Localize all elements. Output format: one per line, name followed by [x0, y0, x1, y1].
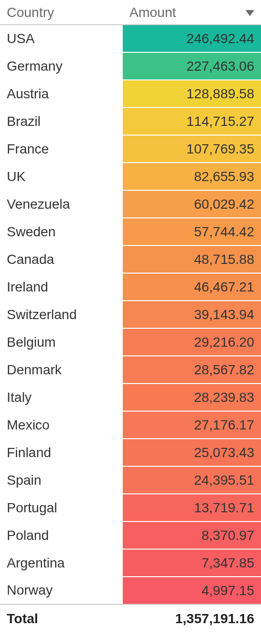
- table-row[interactable]: Venezuela60,029.42: [0, 190, 261, 218]
- amount-cell: 28,239.83: [123, 383, 261, 411]
- table-row[interactable]: Denmark28,567.82: [0, 356, 261, 383]
- country-cell: Poland: [0, 521, 123, 549]
- table-row[interactable]: Mexico27,176.17: [0, 411, 261, 439]
- table-body: USA246,492.44Germany227,463.06Austria128…: [0, 25, 261, 604]
- table-header-row: Country Amount: [0, 0, 261, 25]
- total-label: Total: [0, 604, 123, 631]
- table-row[interactable]: Canada48,715.88: [0, 245, 261, 273]
- table-row[interactable]: Brazil114,715.27: [0, 107, 261, 135]
- table-row[interactable]: Germany227,463.06: [0, 52, 261, 80]
- country-cell: Finland: [0, 439, 123, 466]
- total-value: 1,357,191.16: [123, 604, 261, 631]
- amount-cell: 8,370.97: [123, 521, 261, 549]
- amount-cell: 7,347.85: [123, 549, 261, 577]
- amount-cell: 39,143.94: [123, 301, 261, 328]
- table-row[interactable]: France107,769.35: [0, 135, 261, 163]
- table-row[interactable]: Poland8,370.97: [0, 521, 261, 549]
- amount-cell: 128,889.58: [123, 80, 261, 107]
- amount-cell: 27,176.17: [123, 411, 261, 439]
- amount-cell: 46,467.21: [123, 273, 261, 301]
- country-cell: Belgium: [0, 328, 123, 356]
- data-table: Country Amount USA246,492.44Germany227,4…: [0, 0, 261, 631]
- header-amount[interactable]: Amount: [123, 0, 261, 25]
- table-row[interactable]: Ireland46,467.21: [0, 273, 261, 301]
- table-row[interactable]: Argentina7,347.85: [0, 549, 261, 577]
- table-row[interactable]: Portugal13,719.71: [0, 494, 261, 521]
- country-cell: Austria: [0, 80, 123, 107]
- country-cell: Germany: [0, 52, 123, 80]
- table-row[interactable]: Norway4,997.15: [0, 577, 261, 604]
- country-cell: Portugal: [0, 494, 123, 521]
- amount-cell: 114,715.27: [123, 107, 261, 135]
- header-country[interactable]: Country: [0, 0, 123, 25]
- amount-cell: 25,073.43: [123, 439, 261, 466]
- table-row[interactable]: Switzerland39,143.94: [0, 301, 261, 328]
- table-row[interactable]: Italy28,239.83: [0, 383, 261, 411]
- sort-desc-icon: [246, 4, 254, 20]
- country-cell: Argentina: [0, 549, 123, 577]
- total-row: Total 1,357,191.16: [0, 604, 261, 631]
- table-row[interactable]: UK82,655.93: [0, 163, 261, 190]
- amount-cell: 246,492.44: [123, 25, 261, 52]
- svg-marker-0: [246, 10, 254, 16]
- country-cell: France: [0, 135, 123, 163]
- amount-cell: 4,997.15: [123, 577, 261, 604]
- country-cell: Canada: [0, 245, 123, 273]
- country-cell: Sweden: [0, 218, 123, 245]
- country-cell: USA: [0, 25, 123, 52]
- amount-cell: 57,744.42: [123, 218, 261, 245]
- country-cell: UK: [0, 163, 123, 190]
- amount-cell: 107,769.35: [123, 135, 261, 163]
- country-cell: Mexico: [0, 411, 123, 439]
- country-cell: Switzerland: [0, 301, 123, 328]
- table-row[interactable]: Belgium29,216.20: [0, 328, 261, 356]
- table-row[interactable]: Spain24,395.51: [0, 466, 261, 494]
- country-cell: Venezuela: [0, 190, 123, 218]
- header-amount-label: Amount: [130, 5, 176, 20]
- table-row[interactable]: USA246,492.44: [0, 25, 261, 52]
- country-cell: Spain: [0, 466, 123, 494]
- table-row[interactable]: Finland25,073.43: [0, 439, 261, 466]
- country-cell: Italy: [0, 383, 123, 411]
- country-cell: Denmark: [0, 356, 123, 383]
- amount-cell: 13,719.71: [123, 494, 261, 521]
- table-row[interactable]: Sweden57,744.42: [0, 218, 261, 245]
- country-cell: Norway: [0, 577, 123, 604]
- amount-cell: 48,715.88: [123, 245, 261, 273]
- amount-cell: 29,216.20: [123, 328, 261, 356]
- amount-cell: 28,567.82: [123, 356, 261, 383]
- amount-cell: 24,395.51: [123, 466, 261, 494]
- amount-cell: 227,463.06: [123, 52, 261, 80]
- country-cell: Brazil: [0, 107, 123, 135]
- country-cell: Ireland: [0, 273, 123, 301]
- amount-cell: 82,655.93: [123, 163, 261, 190]
- amount-cell: 60,029.42: [123, 190, 261, 218]
- header-country-label: Country: [7, 5, 54, 20]
- table-row[interactable]: Austria128,889.58: [0, 80, 261, 107]
